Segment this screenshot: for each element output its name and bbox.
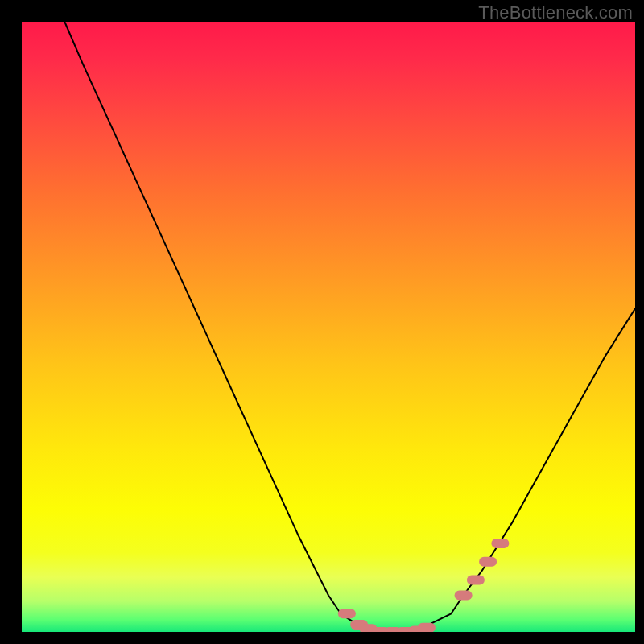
bottleneck-curve-path: [64, 22, 635, 632]
plot-area: [22, 22, 635, 632]
curve-marker: [467, 576, 485, 585]
curve-marker: [338, 609, 356, 618]
curve-marker: [491, 539, 509, 548]
curve-marker: [479, 557, 497, 567]
curve-svg: [22, 22, 635, 632]
curve-marker: [418, 623, 436, 632]
curve-markers: [338, 539, 510, 632]
curve-marker: [455, 591, 473, 601]
chart-frame: TheBottleneck.com: [0, 0, 644, 644]
watermark-text: TheBottleneck.com: [478, 2, 633, 23]
